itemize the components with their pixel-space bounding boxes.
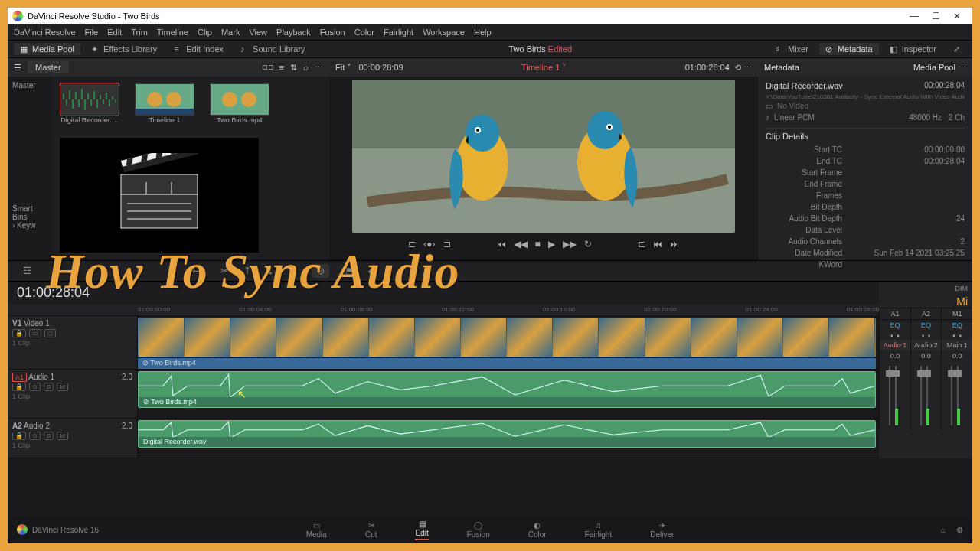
maximize-button[interactable]: ☐: [925, 11, 946, 21]
arm-icon[interactable]: ⊙: [29, 383, 41, 391]
mute-button[interactable]: M: [57, 432, 68, 440]
meta-more-icon[interactable]: ⋯: [958, 63, 966, 72]
minimize-button[interactable]: —: [903, 11, 925, 21]
match-frame-icon[interactable]: ⊏: [408, 239, 416, 249]
blade-tool-icon[interactable]: ✂: [220, 266, 228, 276]
mixer-ch-m1[interactable]: M1: [941, 308, 972, 319]
page-media[interactable]: ▭Media: [306, 521, 327, 539]
search-icon[interactable]: ⌕: [303, 63, 309, 72]
loop-button[interactable]: ↻: [584, 239, 592, 249]
menu-item[interactable]: Color: [354, 28, 374, 37]
track-body-a1[interactable]: ⊘ Two Birds.mp4 ↖: [138, 370, 879, 418]
timeline-dropdown[interactable]: Timeline 1 ˅: [521, 63, 567, 73]
insert-icon[interactable]: ‹●›: [423, 239, 435, 249]
replace-tool-icon[interactable]: ⇄: [289, 266, 297, 276]
clip-thumb-audio[interactable]: Digital Recorder.…: [60, 83, 119, 124]
flag-icon[interactable]: ⚑: [345, 266, 353, 276]
timeline-options-icon[interactable]: ☲: [23, 266, 31, 276]
menu-item[interactable]: Fairlight: [384, 28, 413, 37]
page-deliver[interactable]: ✈Deliver: [650, 521, 674, 539]
page-fusion[interactable]: ◯Fusion: [467, 521, 490, 539]
menu-item[interactable]: File: [85, 28, 99, 37]
arm-icon[interactable]: ⊙: [29, 432, 41, 440]
track-head-v1[interactable]: V1 Video 1 🔒▭◻ 1 Clip: [8, 316, 138, 369]
master-chip[interactable]: Master: [28, 61, 69, 73]
mark-in-icon[interactable]: ⊏: [638, 239, 645, 249]
link-tool-icon[interactable]: ⊘: [312, 264, 329, 278]
mixer-ch-a2[interactable]: A2: [910, 308, 942, 319]
menu-item[interactable]: Fusion: [320, 28, 345, 37]
play-button[interactable]: ▶: [548, 239, 555, 249]
menu-item[interactable]: Playback: [276, 28, 311, 37]
settings-icon[interactable]: ⚙: [956, 526, 963, 534]
selection-tool[interactable]: ➤: [169, 266, 177, 276]
fit-dropdown[interactable]: Fit: [335, 63, 345, 72]
video-clip[interactable]: [138, 318, 876, 357]
timeline-ruler[interactable]: 01:00:00:0001:00:04:0001:00:08:0001:00:1…: [8, 304, 879, 316]
prev-button[interactable]: ◀◀: [514, 239, 528, 249]
page-color[interactable]: ◐Color: [528, 521, 547, 539]
home-icon[interactable]: ⌂: [941, 526, 946, 534]
solo-button[interactable]: S: [44, 432, 54, 440]
editindex-toggle[interactable]: ≡Edit Index: [168, 43, 230, 55]
next-button[interactable]: ▶▶: [563, 239, 577, 249]
menu-item[interactable]: Edit: [107, 28, 122, 37]
clip-thumb-timeline[interactable]: Timeline 1: [135, 83, 194, 124]
marker-icon[interactable]: ◆: [368, 266, 375, 276]
track-body-v1[interactable]: ⊘ Two Birds.mp4: [138, 316, 879, 369]
page-cut[interactable]: ✂Cut: [365, 521, 377, 539]
lock-icon[interactable]: 🔒: [12, 383, 26, 391]
menu-item[interactable]: DaVinci Resolve: [14, 28, 76, 37]
menu-item[interactable]: View: [249, 28, 267, 37]
fader-main[interactable]: [941, 361, 972, 430]
clip-thumb-video[interactable]: Two Birds.mp4: [210, 83, 270, 124]
mediapool-toggle[interactable]: ▦Media Pool: [14, 43, 80, 55]
menu-item[interactable]: Workspace: [423, 28, 465, 37]
lock-icon[interactable]: 🔒: [12, 329, 26, 337]
menu-item[interactable]: Mark: [221, 28, 240, 37]
stop-button[interactable]: ■: [535, 239, 541, 249]
fxlib-toggle[interactable]: ✦Effects Library: [85, 43, 163, 55]
overwrite-tool-icon[interactable]: ⤓: [266, 266, 274, 276]
pool-master-folder[interactable]: Master: [12, 81, 49, 90]
menu-item[interactable]: Clip: [198, 28, 212, 37]
gang-icon[interactable]: ⟲: [734, 63, 741, 72]
track-head-a2[interactable]: A2 Audio 22.0 🔒⊙SM 1 Clip: [8, 419, 138, 458]
menu-item[interactable]: Trim: [131, 28, 148, 37]
mixer-ch-a1[interactable]: A1: [879, 308, 910, 319]
viewer-more-icon[interactable]: ⋯: [743, 63, 752, 72]
list-toggle-icon[interactable]: ☰: [14, 63, 21, 73]
lock-icon[interactable]: 🔒: [12, 432, 26, 440]
keyword-bin[interactable]: › Keyw: [12, 221, 49, 230]
solo-button[interactable]: S: [44, 383, 54, 391]
track-head-a1[interactable]: A1 Audio 12.0 🔒⊙SM 1 Clip: [8, 370, 138, 418]
page-edit[interactable]: ▤Edit: [415, 520, 428, 540]
close-button[interactable]: ✕: [946, 11, 968, 21]
mixer-toggle[interactable]: ♯Mixer: [769, 43, 815, 55]
source-viewer[interactable]: [60, 138, 259, 253]
more-icon[interactable]: ⋯: [315, 63, 323, 73]
fader-a1[interactable]: [879, 361, 910, 430]
view-grid-icon[interactable]: [263, 65, 273, 70]
track-toggle[interactable]: ▭: [29, 329, 41, 337]
expand-button[interactable]: ⤢: [947, 43, 966, 56]
mute-button[interactable]: M: [57, 383, 68, 391]
insert-tool-icon[interactable]: ⤒: [243, 266, 251, 276]
audio-clip-2[interactable]: Digital Recorder.wav: [138, 420, 876, 448]
metadata-toggle[interactable]: ⊘Metadata: [819, 43, 879, 55]
overwrite-icon[interactable]: ⊐: [443, 239, 451, 249]
view-list-icon[interactable]: ≡: [279, 63, 284, 72]
menu-item[interactable]: Help: [474, 28, 492, 37]
goto-out-button[interactable]: ⏭: [670, 239, 679, 249]
soundlib-toggle[interactable]: ♪Sound Library: [234, 43, 312, 55]
trim-tool-icon[interactable]: ⟷: [192, 266, 205, 276]
dim-button[interactable]: DIM: [956, 285, 969, 292]
menu-item[interactable]: Timeline: [157, 28, 188, 37]
first-frame-button[interactable]: ⏮: [497, 239, 506, 249]
fader-a2[interactable]: [910, 361, 942, 430]
page-fairlight[interactable]: ♫Fairlight: [585, 521, 612, 539]
track-body-a2[interactable]: Digital Recorder.wav: [138, 419, 879, 458]
sort-icon[interactable]: ⇅: [290, 63, 297, 73]
inspector-toggle[interactable]: ◧Inspector: [884, 43, 942, 55]
goto-in-button[interactable]: ⏮: [653, 239, 662, 249]
